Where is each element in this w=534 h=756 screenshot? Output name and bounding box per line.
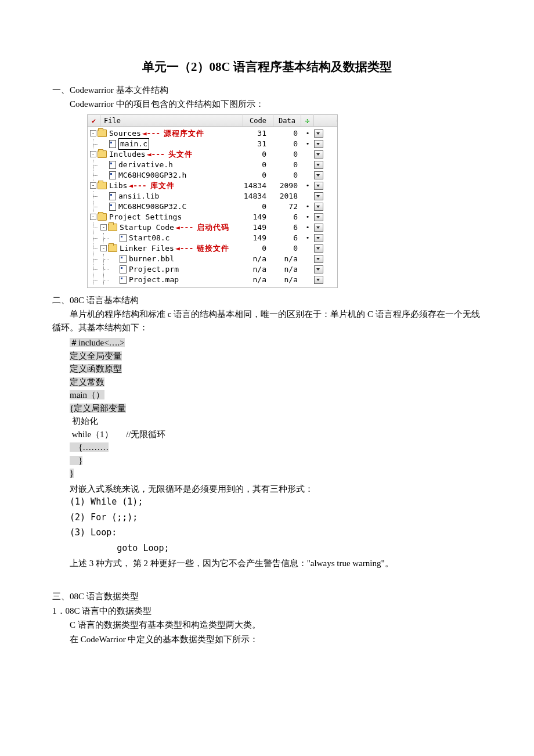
tree-header: ✔ File Code Data ✣: [88, 115, 337, 127]
folder-icon: [108, 244, 117, 252]
folder-icon: [98, 129, 107, 137]
header-file[interactable]: File: [100, 114, 243, 127]
loop-form-3: (3) Loop:: [70, 526, 482, 539]
row-menu-icon[interactable]: [314, 255, 323, 263]
tree-item-name: MC68HC908GP32.C: [118, 201, 186, 212]
code-size: 0: [236, 170, 270, 181]
loop-form-3b: goto Loop;: [70, 542, 482, 555]
row-menu-icon[interactable]: [314, 234, 323, 242]
tree-row[interactable]: Start08.c1496•: [88, 233, 337, 243]
tree-item-name: Libs: [109, 181, 127, 191]
section1-intro: Codewarrior 中的项目包含的文件结构如下图所示：: [52, 98, 482, 111]
code-size: 0: [236, 243, 270, 254]
code-size: 149: [236, 212, 270, 222]
section3-sub1: 1．08C 语言中的数据类型: [52, 604, 482, 618]
tree-row[interactable]: -Startup Code ◄--- 启动代码1496•: [88, 222, 337, 233]
tree-row[interactable]: -Linker Files ◄--- 链接文件00: [88, 243, 337, 254]
row-menu-icon[interactable]: [314, 276, 323, 284]
code-size: 31: [236, 139, 270, 149]
section2-heading: 二、08C 语言基本结构: [52, 294, 482, 307]
row-menu-icon[interactable]: [314, 244, 323, 253]
tree-row[interactable]: burner.bbln/an/a: [88, 254, 337, 264]
file-icon: [120, 234, 127, 242]
data-size: 0: [270, 128, 301, 139]
arrow-icon: ◄---: [175, 222, 193, 233]
file-icon: [120, 255, 127, 263]
row-menu-icon[interactable]: [314, 129, 323, 138]
header-leaf-icon: ✣: [301, 114, 314, 127]
tree-row[interactable]: MC68HC908GP32.C072•: [88, 201, 337, 212]
expand-icon[interactable]: -: [90, 182, 96, 189]
code-l1: ＃include<….>: [70, 338, 125, 347]
expand-icon[interactable]: -: [90, 151, 96, 157]
arrow-icon: ◄---: [142, 128, 160, 139]
data-size: n/a: [270, 264, 301, 275]
header-spacer: [314, 120, 337, 122]
code-l4: 定义常数: [70, 377, 104, 387]
file-icon: [109, 171, 116, 179]
expand-icon[interactable]: -: [90, 214, 96, 220]
data-size: 0: [270, 139, 301, 149]
section3-p2: 在 CodeWarrior 中定义的基本数据类型如下所示：: [52, 633, 482, 646]
expand-icon[interactable]: -: [100, 245, 107, 251]
arrow-icon: ◄---: [128, 181, 146, 191]
code-l6: {定义局部变量: [70, 404, 126, 413]
data-size: 6: [270, 233, 301, 243]
tree-row[interactable]: main.c310•: [88, 139, 337, 149]
row-menu-icon[interactable]: [314, 182, 323, 190]
data-size: 72: [270, 201, 301, 212]
data-size: n/a: [270, 275, 301, 285]
data-size: 6: [270, 212, 301, 222]
tree-row[interactable]: -Sources ◄--- 源程序文件310•: [88, 128, 337, 139]
row-menu-icon[interactable]: [314, 192, 323, 200]
loop-form-1: (1) While (1);: [70, 495, 482, 509]
code-l3: 定义函数原型: [70, 364, 122, 373]
tree-item-name: burner.bbl: [129, 254, 174, 264]
row-menu-icon[interactable]: [314, 213, 323, 221]
code-l5: main（）: [70, 390, 104, 399]
code-size: 31: [236, 128, 270, 139]
tree-row[interactable]: Project.prmn/an/a: [88, 264, 337, 275]
data-size: 6: [270, 222, 301, 233]
tree-row[interactable]: MC68HC908GP32.h00: [88, 170, 337, 181]
code-size: 14834: [236, 181, 270, 191]
row-menu-icon[interactable]: [314, 224, 323, 232]
code-size: 0: [236, 201, 270, 212]
row-menu-icon[interactable]: [314, 140, 323, 148]
loop-form-2: (2) For (;;);: [70, 511, 482, 524]
row-menu-icon[interactable]: [314, 203, 323, 211]
annotation-label: 链接文件: [197, 243, 229, 254]
row-menu-icon[interactable]: [314, 150, 323, 159]
expand-icon[interactable]: -: [90, 130, 96, 136]
code-size: 149: [236, 222, 270, 233]
tree-row[interactable]: -Libs ◄--- 库文件148342090•: [88, 181, 337, 191]
row-menu-icon[interactable]: [314, 171, 323, 179]
status-dot: •: [301, 222, 314, 233]
loop-note: 上述 3 种方式， 第 2 种更好一些，因为它不会产生警告信息："always …: [52, 557, 482, 570]
tree-item-name: Project Settings: [109, 212, 182, 222]
status-dot: •: [301, 181, 314, 191]
tree-row[interactable]: -Project Settings1496•: [88, 212, 337, 222]
expand-icon[interactable]: -: [100, 224, 107, 231]
tree-row[interactable]: Project.mapn/an/a: [88, 275, 337, 285]
tree-item-name: ansii.lib: [118, 191, 159, 201]
folder-icon: [98, 182, 107, 189]
header-check-icon[interactable]: ✔: [88, 114, 100, 127]
row-menu-icon[interactable]: [314, 161, 323, 169]
row-menu-icon[interactable]: [314, 265, 323, 273]
arrow-icon: ◄---: [147, 149, 165, 160]
tree-item-name: Sources: [109, 128, 141, 139]
tree-row[interactable]: ansii.lib148342018: [88, 191, 337, 201]
tree-row[interactable]: derivative.h00: [88, 160, 337, 170]
file-icon: [109, 161, 116, 169]
data-size: 2018: [270, 191, 301, 201]
status-dot: •: [301, 201, 314, 212]
annotation-label: 源程序文件: [164, 128, 204, 139]
header-data[interactable]: Data: [273, 114, 301, 127]
file-icon: [120, 265, 127, 273]
header-code[interactable]: Code: [243, 114, 273, 127]
tree-row[interactable]: -Includes ◄--- 头文件00: [88, 149, 337, 160]
arrow-icon: ◄---: [175, 243, 193, 254]
code-l2: 定义全局变量: [70, 351, 122, 361]
data-size: n/a: [270, 254, 301, 264]
